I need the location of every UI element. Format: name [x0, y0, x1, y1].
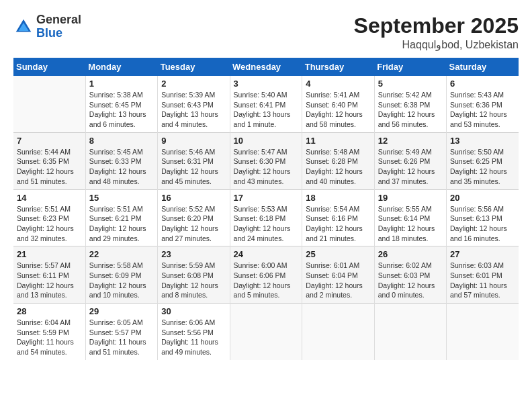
day-info: Sunrise: 5:51 AM Sunset: 6:23 PM Dayligh…: [17, 204, 82, 244]
day-info: Sunrise: 5:53 AM Sunset: 6:18 PM Dayligh…: [234, 204, 299, 244]
day-number: 11: [306, 136, 370, 146]
day-number: 21: [17, 249, 82, 259]
day-info: Sunrise: 5:40 AM Sunset: 6:41 PM Dayligh…: [234, 90, 299, 130]
calendar-week-1: 1Sunrise: 5:38 AM Sunset: 6:45 PM Daylig…: [13, 76, 519, 132]
header-day-monday: Monday: [85, 58, 157, 76]
day-info: Sunrise: 5:43 AM Sunset: 6:36 PM Dayligh…: [450, 90, 515, 130]
logo-icon: [13, 17, 34, 37]
day-number: 29: [89, 306, 154, 316]
calendar-cell: 25Sunrise: 6:01 AM Sunset: 6:04 PM Dayli…: [302, 246, 374, 304]
day-info: Sunrise: 5:47 AM Sunset: 6:30 PM Dayligh…: [234, 147, 299, 187]
calendar-cell: 8Sunrise: 5:45 AM Sunset: 6:33 PM Daylig…: [85, 132, 157, 189]
calendar-cell: 9Sunrise: 5:46 AM Sunset: 6:31 PM Daylig…: [158, 132, 230, 189]
day-info: Sunrise: 5:58 AM Sunset: 6:09 PM Dayligh…: [89, 261, 154, 300]
calendar-cell: 30Sunrise: 6:06 AM Sunset: 5:56 PM Dayli…: [158, 304, 230, 360]
calendar-week-5: 28Sunrise: 6:04 AM Sunset: 5:59 PM Dayli…: [13, 304, 519, 360]
calendar-title: September 2025: [354, 13, 519, 38]
day-info: Sunrise: 6:05 AM Sunset: 5:57 PM Dayligh…: [89, 318, 154, 357]
calendar-cell: 26Sunrise: 6:02 AM Sunset: 6:03 PM Dayli…: [374, 246, 446, 304]
day-info: Sunrise: 6:03 AM Sunset: 6:01 PM Dayligh…: [450, 261, 515, 300]
day-info: Sunrise: 5:54 AM Sunset: 6:16 PM Dayligh…: [306, 204, 370, 244]
day-number: 22: [89, 249, 154, 259]
calendar-header-row: SundayMondayTuesdayWednesdayThursdayFrid…: [13, 58, 519, 76]
calendar-week-4: 21Sunrise: 5:57 AM Sunset: 6:11 PM Dayli…: [13, 246, 519, 304]
calendar-cell: 20Sunrise: 5:56 AM Sunset: 6:13 PM Dayli…: [447, 189, 519, 246]
day-number: 17: [234, 193, 299, 203]
day-number: 20: [450, 193, 515, 203]
day-number: 7: [17, 136, 82, 146]
day-info: Sunrise: 5:59 AM Sunset: 6:08 PM Dayligh…: [161, 261, 226, 300]
calendar-cell: 28Sunrise: 6:04 AM Sunset: 5:59 PM Dayli…: [13, 304, 85, 360]
day-info: Sunrise: 5:41 AM Sunset: 6:40 PM Dayligh…: [306, 90, 370, 130]
calendar-cell: 29Sunrise: 6:05 AM Sunset: 5:57 PM Dayli…: [85, 304, 157, 360]
calendar-cell: 3Sunrise: 5:40 AM Sunset: 6:41 PM Daylig…: [230, 76, 302, 132]
day-info: Sunrise: 6:02 AM Sunset: 6:03 PM Dayligh…: [378, 261, 443, 300]
day-number: 4: [306, 79, 370, 89]
calendar-week-3: 14Sunrise: 5:51 AM Sunset: 6:23 PM Dayli…: [13, 189, 519, 246]
day-info: Sunrise: 6:00 AM Sunset: 6:06 PM Dayligh…: [234, 261, 299, 300]
day-number: 6: [450, 79, 515, 89]
logo-blue-text: Blue: [36, 26, 62, 40]
day-info: Sunrise: 5:48 AM Sunset: 6:28 PM Dayligh…: [306, 147, 370, 187]
day-number: 3: [234, 79, 299, 89]
header-day-saturday: Saturday: [447, 58, 519, 76]
day-number: 30: [161, 306, 226, 316]
calendar-cell: 2Sunrise: 5:39 AM Sunset: 6:43 PM Daylig…: [158, 76, 230, 132]
day-info: Sunrise: 5:45 AM Sunset: 6:33 PM Dayligh…: [89, 147, 154, 187]
calendar-cell: 16Sunrise: 5:52 AM Sunset: 6:20 PM Dayli…: [158, 189, 230, 246]
day-number: 2: [161, 79, 226, 89]
day-info: Sunrise: 6:04 AM Sunset: 5:59 PM Dayligh…: [17, 318, 82, 357]
day-info: Sunrise: 5:44 AM Sunset: 6:35 PM Dayligh…: [17, 147, 82, 187]
day-number: 23: [161, 249, 226, 259]
calendar-cell: [302, 304, 374, 360]
logo-general-text: General: [36, 13, 81, 26]
calendar-cell: 4Sunrise: 5:41 AM Sunset: 6:40 PM Daylig…: [302, 76, 374, 132]
day-info: Sunrise: 5:49 AM Sunset: 6:26 PM Dayligh…: [378, 147, 443, 187]
calendar-cell: 10Sunrise: 5:47 AM Sunset: 6:30 PM Dayli…: [230, 132, 302, 189]
day-number: 15: [89, 193, 154, 203]
day-info: Sunrise: 5:42 AM Sunset: 6:38 PM Dayligh…: [378, 90, 443, 130]
calendar-table: SundayMondayTuesdayWednesdayThursdayFrid…: [13, 58, 519, 360]
header-day-sunday: Sunday: [13, 58, 85, 76]
calendar-cell: 18Sunrise: 5:54 AM Sunset: 6:16 PM Dayli…: [302, 189, 374, 246]
day-info: Sunrise: 5:39 AM Sunset: 6:43 PM Dayligh…: [161, 90, 226, 130]
day-number: 28: [17, 306, 82, 316]
day-number: 19: [378, 193, 443, 203]
day-number: 10: [234, 136, 299, 146]
calendar-cell: 12Sunrise: 5:49 AM Sunset: 6:26 PM Dayli…: [374, 132, 446, 189]
logo: General Blue: [13, 13, 81, 40]
day-info: Sunrise: 5:56 AM Sunset: 6:13 PM Dayligh…: [450, 204, 515, 244]
calendar-cell: 27Sunrise: 6:03 AM Sunset: 6:01 PM Dayli…: [447, 246, 519, 304]
day-number: 14: [17, 193, 82, 203]
day-info: Sunrise: 5:46 AM Sunset: 6:31 PM Dayligh…: [161, 147, 226, 187]
day-number: 13: [450, 136, 515, 146]
day-number: 27: [450, 249, 515, 259]
calendar-cell: 22Sunrise: 5:58 AM Sunset: 6:09 PM Dayli…: [85, 246, 157, 304]
day-number: 1: [89, 79, 154, 89]
calendar-cell: [230, 304, 302, 360]
calendar-cell: 19Sunrise: 5:55 AM Sunset: 6:14 PM Dayli…: [374, 189, 446, 246]
day-number: 12: [378, 136, 443, 146]
calendar-cell: 7Sunrise: 5:44 AM Sunset: 6:35 PM Daylig…: [13, 132, 85, 189]
calendar-cell: [13, 76, 85, 132]
header-day-friday: Friday: [374, 58, 446, 76]
calendar-cell: 14Sunrise: 5:51 AM Sunset: 6:23 PM Dayli…: [13, 189, 85, 246]
day-info: Sunrise: 5:38 AM Sunset: 6:45 PM Dayligh…: [89, 90, 154, 130]
calendar-cell: 17Sunrise: 5:53 AM Sunset: 6:18 PM Dayli…: [230, 189, 302, 246]
day-info: Sunrise: 6:06 AM Sunset: 5:56 PM Dayligh…: [161, 318, 226, 357]
logo-text: General Blue: [36, 13, 81, 40]
day-number: 24: [234, 249, 299, 259]
calendar-cell: 13Sunrise: 5:50 AM Sunset: 6:25 PM Dayli…: [447, 132, 519, 189]
day-number: 18: [306, 193, 370, 203]
day-number: 8: [89, 136, 154, 146]
day-number: 25: [306, 249, 370, 259]
calendar-cell: 24Sunrise: 6:00 AM Sunset: 6:06 PM Dayli…: [230, 246, 302, 304]
calendar-cell: 11Sunrise: 5:48 AM Sunset: 6:28 PM Dayli…: [302, 132, 374, 189]
title-block: September 2025 Haqqulوbod, Uzbekistan: [354, 13, 519, 51]
calendar-cell: 23Sunrise: 5:59 AM Sunset: 6:08 PM Dayli…: [158, 246, 230, 304]
calendar-subtitle: Haqqulوbod, Uzbekistan: [354, 38, 519, 51]
calendar-cell: 1Sunrise: 5:38 AM Sunset: 6:45 PM Daylig…: [85, 76, 157, 132]
calendar-cell: [447, 304, 519, 360]
day-number: 16: [161, 193, 226, 203]
day-info: Sunrise: 5:51 AM Sunset: 6:21 PM Dayligh…: [89, 204, 154, 244]
